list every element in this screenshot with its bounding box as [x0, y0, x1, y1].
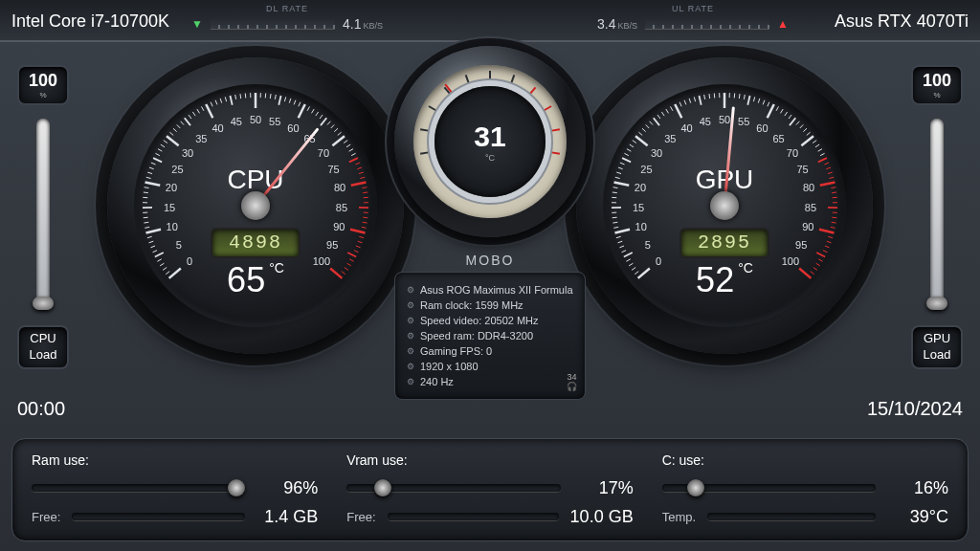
svg-line-66: [278, 96, 280, 105]
svg-line-196: [776, 106, 778, 110]
svg-text:15: 15: [633, 202, 644, 213]
svg-line-108: [350, 230, 366, 233]
svg-line-77: [320, 115, 323, 119]
svg-line-52: [220, 99, 222, 103]
disk-use-knob[interactable]: [687, 479, 704, 496]
vram-free-value: 10.0 GB: [570, 507, 634, 527]
svg-text:50: 50: [719, 114, 730, 125]
gpu-load-slider[interactable]: [930, 119, 944, 310]
svg-line-130: [622, 251, 627, 253]
svg-line-112: [356, 246, 361, 248]
svg-line-186: [739, 94, 740, 99]
svg-line-76: [316, 112, 319, 116]
svg-line-197: [781, 109, 784, 113]
cpu-load-slider-knob[interactable]: [33, 297, 54, 310]
svg-text:65: 65: [773, 133, 785, 144]
svg-line-227: [832, 217, 836, 218]
svg-line-41: [181, 121, 184, 125]
svg-line-137: [612, 222, 617, 223]
cpu-clock-lcd: 4898: [212, 230, 299, 256]
svg-text:95: 95: [326, 239, 338, 251]
svg-line-54: [230, 96, 232, 105]
svg-line-190: [753, 97, 754, 101]
svg-line-167: [661, 112, 664, 116]
svg-line-235: [823, 251, 828, 253]
svg-line-228: [832, 222, 836, 223]
svg-text:60: 60: [287, 122, 299, 134]
svg-line-256: [511, 75, 514, 83]
svg-line-14: [145, 227, 149, 228]
svg-line-157: [633, 141, 636, 143]
cpu-fan-value: 100: [29, 71, 57, 91]
svg-line-9: [150, 246, 155, 248]
svg-line-234: [825, 246, 830, 248]
volume-value: 34: [567, 372, 576, 382]
svg-line-200: [790, 118, 795, 125]
svg-line-175: [694, 97, 695, 101]
svg-text:45: 45: [231, 116, 242, 127]
cpu-load-slider[interactable]: [36, 119, 50, 310]
svg-line-78: [321, 118, 326, 125]
svg-text:70: 70: [787, 147, 798, 159]
cpu-load-text-2: Load: [30, 347, 57, 364]
svg-line-209: [815, 144, 819, 147]
vram-use-knob[interactable]: [374, 479, 391, 496]
gpu-load-slider-knob[interactable]: [926, 297, 947, 310]
vram-use-slider[interactable]: [346, 484, 560, 492]
ram-use-slider[interactable]: [32, 484, 245, 492]
svg-line-83: [338, 132, 342, 135]
svg-line-131: [619, 246, 624, 248]
svg-line-113: [354, 251, 359, 253]
vram-usage-block: Vram use: 17% Free: 10.0 GB: [346, 449, 633, 531]
svg-line-161: [642, 128, 646, 131]
ram-free-bar: [72, 513, 245, 520]
svg-line-246: [420, 129, 430, 131]
svg-line-206: [801, 136, 813, 145]
svg-line-53: [225, 97, 226, 101]
svg-line-155: [627, 149, 631, 152]
ram-use-knob[interactable]: [228, 479, 245, 496]
cpu-load-button[interactable]: CPU Load: [17, 325, 69, 369]
svg-line-203: [800, 124, 803, 128]
svg-line-64: [270, 94, 271, 99]
info-fps: Gaming FPS: 0: [407, 343, 573, 359]
disk-temp-value: 39°C: [887, 507, 948, 527]
svg-text:30: 30: [182, 147, 193, 159]
svg-line-156: [630, 144, 634, 147]
svg-line-38: [169, 132, 173, 135]
mobo-temp-value: 31: [474, 121, 505, 153]
mobo-temp-gauge: 0102030405060708090100 31 °C MOBO: [394, 46, 586, 237]
svg-line-169: [671, 106, 673, 110]
svg-line-158: [635, 136, 648, 145]
svg-text:15: 15: [164, 202, 175, 213]
svg-line-48: [206, 104, 212, 118]
svg-text:40: 40: [212, 122, 223, 134]
svg-line-8: [153, 251, 158, 253]
gpu-load-button[interactable]: GPU Load: [911, 325, 963, 369]
svg-text:35: 35: [664, 133, 676, 144]
svg-text:35: 35: [195, 133, 207, 144]
upload-arrow-icon: ▲: [777, 17, 789, 31]
mobo-temp-unit: °C: [485, 153, 495, 163]
svg-line-138: [612, 217, 617, 218]
download-rate-block: DL RATE ▼ 4.1KB/S: [191, 4, 383, 33]
gpu-load-text-2: Load: [924, 347, 951, 364]
download-rate-label: DL RATE: [191, 4, 383, 13]
svg-line-162: [646, 124, 649, 128]
download-sparkline: [211, 18, 335, 30]
svg-text:50: 50: [250, 114, 261, 125]
svg-line-176: [699, 96, 701, 105]
svg-line-208: [813, 141, 816, 143]
info-board: Asus ROG Maximus XII Formula: [407, 282, 573, 298]
svg-line-188: [747, 96, 749, 105]
svg-line-193: [768, 102, 769, 107]
cpu-temp-gauge: 0510152025303540455055606570758085909510…: [107, 57, 404, 354]
svg-line-136: [613, 227, 618, 228]
svg-line-80: [327, 121, 330, 125]
svg-line-172: [679, 102, 681, 107]
svg-line-65: [275, 95, 276, 99]
ram-use-value: 96%: [256, 478, 318, 498]
svg-text:45: 45: [700, 116, 711, 127]
disk-use-slider[interactable]: [662, 484, 876, 492]
svg-line-133: [616, 236, 621, 237]
